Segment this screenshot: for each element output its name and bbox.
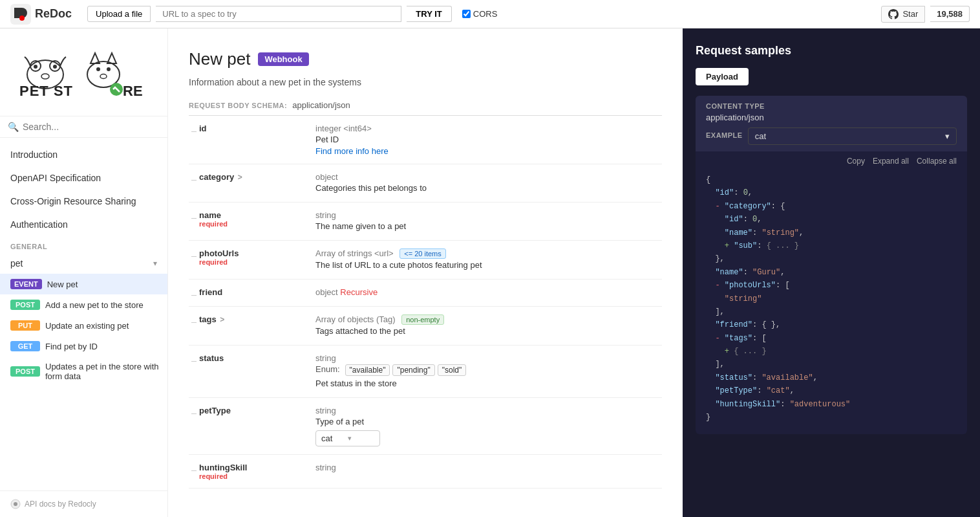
field-name-pettype: petType — [199, 406, 315, 415]
field-detail-photourls: Array of strings <url> <= 20 items The l… — [315, 248, 662, 271]
github-star-button[interactable]: Star — [881, 6, 925, 23]
sidebar-item-auth[interactable]: Authentication — [0, 213, 167, 236]
field-detail-status: string Enum: "available" "pending" "sold… — [315, 353, 662, 390]
page-subtitle: Information about a new pet in the syste… — [189, 77, 662, 87]
sidebar-item-update-pet-form[interactable]: POST Updates a pet in the store with for… — [0, 357, 167, 386]
field-row-status: status string Enum: "available" "pending… — [189, 346, 662, 398]
cors-toggle[interactable]: CORS — [462, 9, 498, 19]
search-box: 🔍 — [0, 116, 167, 138]
payload-tab[interactable]: Payload — [696, 68, 749, 85]
svg-point-18 — [14, 502, 17, 506]
dropdown-value: cat — [321, 434, 348, 443]
sidebar-group-pet[interactable]: pet ▾ — [0, 253, 167, 274]
recursive-link[interactable]: Recursive — [340, 287, 378, 297]
field-row-friend: friend object Recursive — [189, 280, 662, 307]
field-row-pettype: petType string Type of a pet cat ▾ — [189, 398, 662, 455]
field-detail-tags: Array of objects (Tag) non-empty Tags at… — [315, 314, 662, 337]
example-value: cat — [755, 131, 766, 141]
page-title-row: New pet Webhook — [189, 49, 662, 69]
svg-point-5 — [34, 65, 37, 69]
field-name-tags: tags > — [199, 314, 315, 324]
redoc-logo: ReDoc — [10, 4, 72, 25]
right-panel-title: Request samples — [696, 44, 967, 58]
expand-icon[interactable]: > — [220, 315, 224, 324]
method-badge-get: GET — [10, 341, 40, 351]
main-layout: PET ST RE 🔍 Introduction OpenAPI Specifi… — [0, 28, 980, 517]
field-name-status: status — [199, 353, 315, 363]
sidebar-item-cors[interactable]: Cross-Origin Resource Sharing — [0, 190, 167, 213]
field-detail-huntingskill: string — [315, 463, 662, 474]
method-badge-event: EVENT — [10, 279, 42, 289]
example-label: Example — [706, 131, 743, 139]
svg-point-13 — [100, 74, 107, 79]
schema-type: application/json — [292, 100, 350, 110]
sidebar-logo-area: PET ST RE — [0, 28, 167, 116]
field-detail-name: string The name given to a pet — [315, 210, 662, 232]
non-empty-badge: non-empty — [401, 314, 444, 325]
svg-point-7 — [41, 74, 49, 79]
api-item-label: Add a new pet to the store — [45, 300, 144, 310]
content-type-value: application/json — [706, 113, 957, 122]
field-detail-id: integer <int64> Pet ID Find more info he… — [315, 124, 662, 156]
example-select[interactable]: cat ▾ — [748, 127, 957, 145]
star-count: 19,588 — [930, 6, 970, 22]
field-detail-category: object Categories this pet belongs to — [315, 172, 662, 194]
svg-point-11 — [96, 67, 100, 71]
enum-values-status: Enum: "available" "pending" "sold" — [315, 364, 662, 376]
expand-all-button[interactable]: Expand all — [873, 157, 909, 166]
pettype-dropdown[interactable]: cat ▾ — [315, 430, 380, 446]
example-row: Example cat ▾ — [706, 127, 957, 145]
api-item-label: New pet — [47, 280, 78, 289]
svg-text:RE: RE — [123, 83, 143, 99]
sidebar-item-find-pet[interactable]: GET Find pet by ID — [0, 336, 167, 357]
enum-val: "available" — [345, 364, 390, 376]
method-badge-post2: POST — [10, 366, 40, 377]
field-name-category: category > — [199, 172, 315, 182]
field-name-huntingskill: huntingSkill required — [199, 463, 315, 480]
api-item-label: Update an existing pet — [45, 321, 129, 331]
sidebar-item-new-pet[interactable]: EVENT New pet — [0, 274, 167, 294]
right-panel: Request samples Payload Content type app… — [683, 28, 980, 517]
field-name-id: id — [199, 124, 315, 133]
field-row-tags: tags > Array of objects (Tag) non-empty … — [189, 307, 662, 346]
search-icon: 🔍 — [8, 122, 19, 132]
field-name-friend: friend — [199, 287, 315, 297]
method-badge-put: PUT — [10, 320, 40, 331]
content-type-label: Content type — [706, 102, 957, 110]
cors-label: CORS — [473, 9, 498, 19]
required-label: required — [199, 220, 308, 228]
url-input[interactable] — [156, 6, 401, 22]
sidebar-item-update-pet[interactable]: PUT Update an existing pet — [0, 315, 167, 336]
field-row-category: category > object Categories this pet be… — [189, 164, 662, 203]
chevron-down-icon: ▾ — [153, 259, 157, 268]
sidebar-item-introduction[interactable]: Introduction — [0, 143, 167, 166]
code-block: Content type application/json Example ca… — [696, 96, 967, 434]
api-item-label: Updates a pet in the store with form dat… — [45, 362, 160, 381]
collapse-all-button[interactable]: Collapse all — [917, 157, 957, 166]
topbar: ReDoc Upload a file TRY IT CORS Star 19,… — [0, 0, 980, 28]
webhook-badge: Webhook — [258, 52, 308, 66]
try-it-button[interactable]: TRY IT — [407, 6, 451, 22]
field-name-photourls: photoUrls required — [199, 248, 315, 266]
items-badge: <= 20 items — [399, 248, 445, 259]
search-input[interactable] — [23, 122, 160, 132]
field-link-id[interactable]: Find more info here — [315, 146, 389, 156]
svg-text:PET ST: PET ST — [19, 83, 73, 99]
sidebar-item-add-pet[interactable]: POST Add a new pet to the store — [0, 294, 167, 315]
code-block-header: Content type application/json Example ca… — [696, 96, 967, 151]
copy-button[interactable]: Copy — [847, 157, 865, 166]
chevron-down-icon: ▾ — [348, 434, 374, 443]
main-content: New pet Webhook Information about a new … — [168, 28, 683, 517]
field-row-id: id integer <int64> Pet ID Find more info… — [189, 116, 662, 164]
sidebar-footer: API docs by Redocly — [0, 490, 167, 517]
field-row-huntingskill: huntingSkill required string — [189, 455, 662, 489]
svg-marker-9 — [91, 53, 100, 63]
schema-label: REQUEST BODY SCHEMA: application/json — [189, 100, 662, 110]
sidebar-item-openapi[interactable]: OpenAPI Specification — [0, 166, 167, 190]
required-label: required — [199, 472, 308, 480]
cors-checkbox[interactable] — [462, 10, 471, 18]
field-detail-friend: object Recursive — [315, 287, 662, 298]
upload-file-button[interactable]: Upload a file — [87, 6, 151, 22]
expand-icon[interactable]: > — [238, 173, 242, 182]
enum-val: "sold" — [438, 364, 467, 376]
